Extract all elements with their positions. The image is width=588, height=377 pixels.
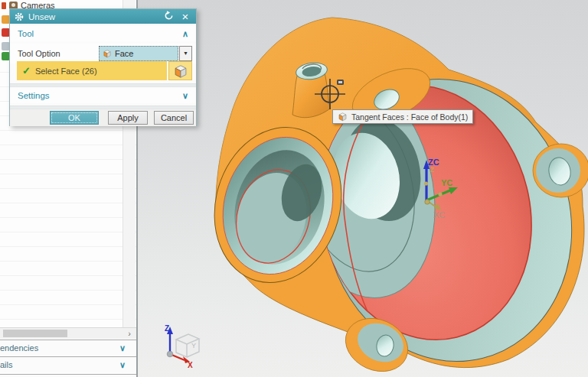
cursor-mode-glyph (337, 80, 344, 85)
dependencies-label: endencies (0, 343, 38, 353)
select-face-row[interactable]: ✓ Select Face (26) (17, 61, 167, 80)
select-face-button[interactable] (168, 61, 192, 80)
acs-indicator: Y Z X (165, 324, 199, 369)
acs-y-label: Y (191, 342, 196, 349)
combo-dropdown-arrow[interactable]: ▼ (179, 46, 192, 61)
ear-right[interactable] (533, 144, 588, 197)
dialog-title: Unsew (28, 12, 55, 21)
chevron-up-icon[interactable]: ∧ (182, 29, 188, 39)
section-separator (10, 83, 196, 87)
details-label: ails (0, 360, 13, 369)
acs-x-label: X (188, 361, 193, 369)
dialog-button-row: OK Apply Cancel (10, 109, 196, 126)
combo-value: Face (115, 49, 133, 58)
application-window: ZC Z YC XC (0, 0, 588, 377)
hscroll-right-arrow[interactable]: › (124, 328, 135, 339)
dependencies-panel-header[interactable]: endencies ∨ (0, 340, 136, 356)
settings-section-label: Settings (18, 91, 50, 100)
tree-horizontal-scrollbar[interactable]: › (0, 327, 136, 339)
face-icon (103, 49, 112, 58)
chevron-down-icon[interactable]: ∨ (182, 91, 188, 101)
face-cube-icon (173, 63, 188, 79)
select-face-label: Select Face (26) (35, 67, 97, 76)
settings-section-header[interactable]: Settings ∨ (10, 88, 196, 103)
reset-icon (164, 11, 174, 20)
dialog-titlebar[interactable]: Unsew × (10, 9, 196, 24)
graphics-viewport[interactable]: ZC Z YC XC (138, 0, 588, 377)
chevron-down-icon[interactable]: ∨ (119, 343, 126, 353)
wcs-y-label: YC (441, 178, 452, 187)
wcs-z-ghost-label: Z (430, 166, 435, 174)
tool-section-label: Tool (18, 29, 34, 38)
cancel-button[interactable]: Cancel (154, 111, 194, 125)
tool-section-header[interactable]: Tool ∧ (10, 26, 196, 41)
next-panel-sliver (0, 374, 136, 377)
close-button[interactable]: × (179, 10, 191, 23)
apply-button[interactable]: Apply (108, 111, 148, 125)
selection-tooltip: Tangent Faces : Face of Body(1) (332, 109, 473, 124)
wcs-x-label: XC (433, 210, 445, 219)
expand-glyph[interactable] (2, 2, 6, 9)
acs-z-label: Z (165, 324, 169, 333)
tool-option-label: Tool Option (18, 49, 60, 58)
details-panel-header[interactable]: ails ∨ (0, 356, 136, 372)
gear-icon (15, 12, 24, 21)
unsew-dialog: Unsew × Tool ∧ Tool Option Face ▼ ✓ (9, 8, 197, 126)
ok-button[interactable]: OK (50, 111, 99, 125)
face-icon (338, 112, 348, 122)
hscroll-thumb[interactable] (3, 330, 67, 337)
top-nozzle[interactable] (292, 61, 330, 118)
check-icon: ✓ (22, 65, 31, 76)
tooltip-text: Tangent Faces : Face of Body(1) (351, 112, 468, 122)
chevron-down-icon[interactable]: ∨ (119, 360, 126, 370)
reset-button[interactable] (162, 11, 175, 22)
tool-option-combo[interactable]: Face (99, 46, 178, 61)
